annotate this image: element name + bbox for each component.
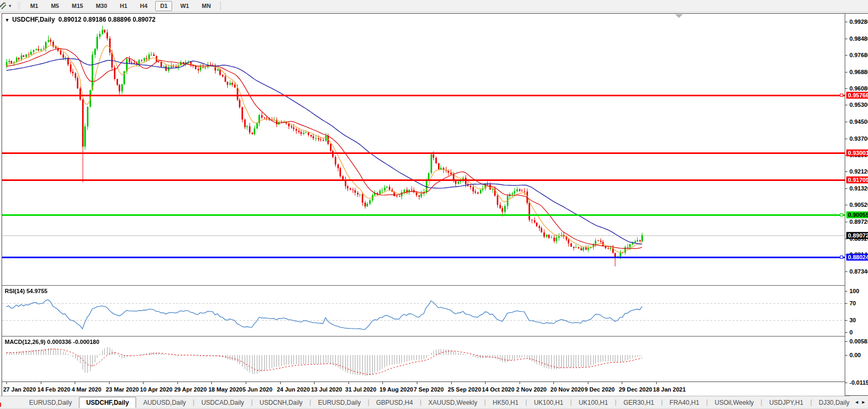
axis-tick <box>845 291 847 292</box>
macd-panel[interactable]: MACD(12,26,9) 0.000336 -0.000180 <box>2 337 845 381</box>
axis-tick-label: 0.93700 <box>849 135 868 142</box>
date-tick <box>109 382 110 384</box>
axis-tick-label: 0.98480 <box>849 35 868 42</box>
axis-tick <box>845 271 847 272</box>
axis-tick <box>845 88 847 89</box>
axis-tick-label: 0.87340 <box>849 268 868 275</box>
rsi-panel[interactable]: RSI(14) 54.9755 <box>2 286 845 336</box>
axis-tick-label: 0.91320 <box>849 185 868 192</box>
axis-tick-label: -0.011514 <box>849 379 868 386</box>
chart-tab-hk50-h1[interactable]: HK50,H1 <box>486 397 525 408</box>
chart-tab-eurusd-daily[interactable]: EURUSD,Daily <box>22 397 79 408</box>
date-tick <box>75 382 75 384</box>
drawing-tool-icon[interactable] <box>0 2 7 10</box>
price-panel[interactable]: ▼USDCHF,Daily 0.89012 0.89186 0.88896 0.… <box>2 14 845 285</box>
current-price-tag: 0.89072 <box>846 232 868 239</box>
timeframe-button-h4[interactable]: H4 <box>135 1 152 11</box>
axis-tick-label: 0.89720 <box>849 219 868 225</box>
hline-price-tag: 0.93001 <box>846 150 868 157</box>
chart-window: ▼USDCHF,Daily 0.89012 0.89186 0.88896 0.… <box>2 13 868 396</box>
axis-tick <box>845 320 847 321</box>
chart-tab-uk100-h1[interactable]: UK100,H1 <box>572 397 615 408</box>
timeframe-button-m5[interactable]: M5 <box>46 1 64 11</box>
date-tick <box>246 382 246 384</box>
timeframe-button-d1[interactable]: D1 <box>155 1 172 11</box>
chart-tab-usdjpy-h1[interactable]: USDJPY,H1 <box>762 397 810 408</box>
chart-tab-audusd-daily[interactable]: AUDUSD,Daily <box>136 397 193 408</box>
date-label: 18 May 2020 <box>208 386 242 393</box>
chart-tab-usoil-weekly[interactable]: USOil,Weekly <box>708 397 761 408</box>
timeframe-button-w1[interactable]: W1 <box>175 1 194 11</box>
chart-tab-usdchf-daily[interactable]: USDCHF,Daily <box>79 397 137 408</box>
axis-tick <box>845 303 847 304</box>
date-tick <box>41 382 41 384</box>
date-tick <box>382 382 383 384</box>
chart-tab-bar: EURUSD,DailyUSDCHF,DailyAUDUSD,Daily|USD… <box>0 396 868 408</box>
date-tick <box>622 382 622 384</box>
axis-tick <box>845 171 847 172</box>
date-label: 29 Apr 2020 <box>174 386 207 393</box>
chart-shift-marker-icon[interactable] <box>675 14 683 18</box>
top-toolbar: ▼ M1M5M15M30H1H4D1W1MN <box>0 0 868 12</box>
date-label: 27 Jan 2020 <box>3 386 36 393</box>
axis-tick <box>845 122 847 122</box>
hline-price-tag: 0.95766 <box>846 92 868 98</box>
toolbar-drag-handle[interactable] <box>17 2 20 10</box>
macd-label: MACD(12,26,9) 0.000336 -0.000180 <box>5 339 100 345</box>
timeframe-button-mn[interactable]: MN <box>197 1 216 11</box>
price-chart-canvas[interactable] <box>2 14 845 285</box>
date-tick <box>656 382 657 384</box>
rsi-label: RSI(14) 54.9755 <box>5 288 48 294</box>
date-label: 31 Jul 2020 <box>345 386 377 393</box>
date-label: 5 Jun 2020 <box>243 386 272 393</box>
date-label: 14 Feb 2020 <box>38 386 70 393</box>
time-axis[interactable]: 27 Jan 202014 Feb 20204 Mar 202023 Mar 2… <box>2 381 845 396</box>
axis-tick-label: 70 <box>849 300 856 306</box>
axis-tick-label: 100 <box>849 288 859 294</box>
timeframe-button-h1[interactable]: H1 <box>115 1 132 11</box>
chart-tab-ger30-h1[interactable]: GER30,H1 <box>616 397 661 408</box>
axis-tick <box>845 55 847 56</box>
chart-tab-usdcad-daily[interactable]: USDCAD,Daily <box>194 397 251 408</box>
axis-tick-label: 0.00 <box>849 352 861 358</box>
chart-tab-xauusd-weekly[interactable]: XAUUSD,Weekly <box>422 397 484 408</box>
axis-tick <box>845 139 847 139</box>
date-label: 13 Jul 2020 <box>311 386 342 393</box>
axis-tick <box>845 39 847 39</box>
chart-tab-usdcnh-daily[interactable]: USDCNH,Daily <box>253 397 309 408</box>
tab-scroll-left-icon[interactable]: ◄ <box>854 399 859 405</box>
hline-price-tag: 0.91709 <box>846 177 868 184</box>
axis-tick <box>845 355 847 356</box>
date-tick <box>520 382 520 384</box>
chart-tab-uk100-h1[interactable]: UK100,H1 <box>527 397 570 408</box>
rsi-canvas[interactable] <box>2 286 845 336</box>
date-label: 29 Dec 2020 <box>619 386 652 393</box>
chart-tab-fra40-h1[interactable]: FRA40,H1 <box>663 397 706 408</box>
plot-column: ▼USDCHF,Daily 0.89012 0.89186 0.88896 0.… <box>2 14 845 395</box>
timeframe-button-m15[interactable]: M15 <box>67 1 87 11</box>
date-label: 2 Nov 2020 <box>516 386 547 393</box>
axis-tick <box>845 205 847 205</box>
hline-price-tag: 0.88024 <box>846 253 868 260</box>
axis-tick <box>845 332 847 333</box>
macd-canvas[interactable] <box>2 337 845 381</box>
chart-ohlc-values: 0.89012 0.89186 0.88896 0.89072 <box>58 16 156 23</box>
chart-menu-caret-icon[interactable]: ▼ <box>5 17 10 23</box>
tab-scroll-right-icon[interactable]: ► <box>861 399 866 405</box>
axis-tick <box>845 188 847 189</box>
axis-tick <box>845 383 847 383</box>
date-tick <box>348 382 349 384</box>
axis-tick <box>845 222 847 222</box>
date-tick <box>417 382 417 384</box>
timeframe-button-m30[interactable]: M30 <box>91 1 112 11</box>
hline-price-tag: 0.90055 <box>846 211 868 218</box>
axis-tick-label: 0.96080 <box>849 85 868 92</box>
timeframe-button-m1[interactable]: M1 <box>25 1 43 11</box>
chart-tab-gbpusd-h4[interactable]: GBPUSD,H4 <box>369 397 419 408</box>
axis-tick-label: 0 <box>849 329 853 335</box>
price-axis[interactable]: 0.992800.984800.976800.968800.960800.953… <box>845 14 868 395</box>
axis-tick-label: 0.94500 <box>849 119 868 125</box>
tool-dropdown-caret-icon[interactable]: ▼ <box>8 4 12 8</box>
axis-tick <box>845 22 847 22</box>
chart-tab-eurusd-daily[interactable]: EURUSD,Daily <box>311 397 368 408</box>
